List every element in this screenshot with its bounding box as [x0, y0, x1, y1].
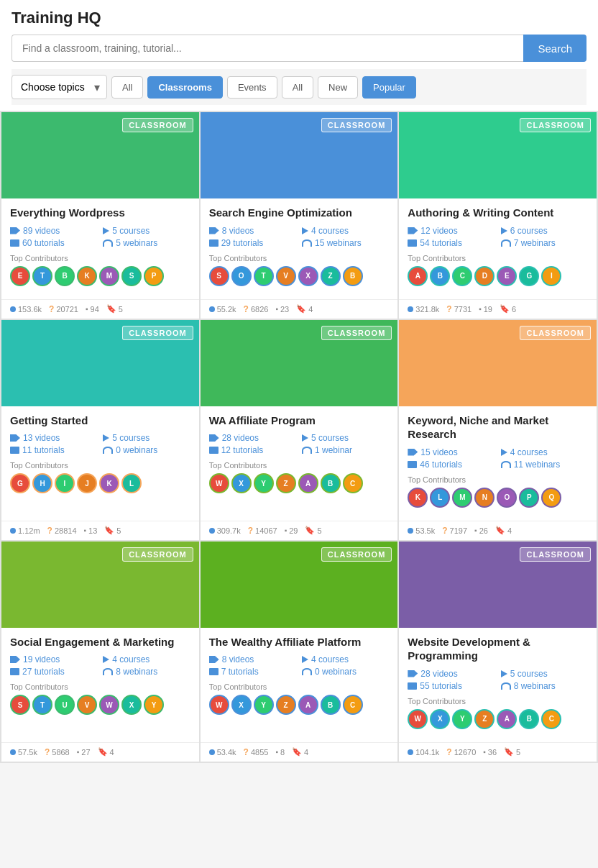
images-stat: ▪ 13 — [84, 526, 98, 536]
classroom-card[interactable]: CLASSROOM Getting Started 13 videos 5 co… — [1, 320, 199, 540]
tutorials-stat: 54 tutorials — [408, 238, 494, 248]
webinars-stat: 11 webinars — [501, 460, 588, 470]
bookmark-icon: 🔖 — [296, 304, 306, 314]
images-stat: ▪ 26 — [474, 526, 488, 536]
stats-grid: 89 videos 5 courses 60 tutorials 5 webin… — [10, 226, 190, 248]
play-icon — [501, 449, 507, 456]
bookmarks-stat: 🔖 5 — [106, 304, 123, 314]
views-stat: 1.12m — [10, 526, 40, 536]
avatar: Y — [254, 473, 274, 493]
avatar: A — [408, 266, 428, 286]
avatar: T — [32, 266, 52, 286]
avatar: S — [121, 266, 142, 286]
classroom-card[interactable]: CLASSROOM The Wealthy Affiliate Platform… — [201, 542, 398, 762]
avatar: N — [474, 488, 494, 508]
avatars-list: WXYZABC — [408, 709, 588, 729]
card-image: CLASSROOM — [201, 112, 398, 198]
classroom-badge: CLASSROOM — [520, 118, 591, 132]
courses-stat: 4 courses — [501, 447, 588, 457]
question-icon: ? — [49, 304, 54, 314]
contributors-label: Top Contributors — [408, 475, 588, 484]
camera-icon: ▪ — [275, 748, 278, 756]
classroom-card[interactable]: CLASSROOM WA Affiliate Program 28 videos… — [201, 320, 398, 540]
avatar: J — [77, 473, 97, 493]
classroom-card[interactable]: CLASSROOM Social Engagement & Marketing … — [1, 542, 199, 762]
card-image: CLASSROOM — [1, 320, 199, 406]
avatar: U — [55, 695, 75, 715]
avatar: V — [77, 695, 97, 715]
classroom-badge: CLASSROOM — [122, 547, 193, 562]
avatar: L — [430, 488, 450, 508]
bookmarks-stat: 🔖 4 — [98, 747, 114, 757]
card-image: CLASSROOM — [399, 112, 597, 198]
play-icon — [103, 656, 109, 663]
avatar: B — [55, 266, 75, 286]
book-icon — [209, 447, 218, 454]
avatar: G — [10, 473, 30, 493]
views-stat: 57.5k — [10, 747, 37, 757]
avatar: A — [497, 709, 517, 729]
avatar: E — [497, 266, 517, 286]
dot-icon — [10, 306, 16, 312]
book-icon — [408, 461, 417, 468]
avatar: M — [99, 266, 119, 286]
card-body: Search Engine Optimization 8 videos 4 co… — [201, 198, 398, 299]
avatar: V — [276, 266, 296, 286]
avatar: I — [55, 473, 75, 493]
avatar: B — [321, 473, 341, 493]
filter-all2-btn[interactable]: All — [282, 76, 313, 99]
camera-icon: ▪ — [285, 526, 288, 534]
avatar: Z — [276, 695, 296, 715]
topic-select[interactable]: Choose topics — [12, 75, 107, 99]
avatar: S — [10, 695, 30, 715]
views-stat: 55.2k — [209, 304, 236, 314]
views-stat: 104.1k — [408, 747, 439, 757]
footer-stats: 321.8k ? 7731 ▪ 19 🔖 6 — [399, 299, 597, 319]
questions-stat: ? 28814 — [47, 526, 77, 536]
filter-all-btn[interactable]: All — [111, 76, 143, 99]
dot-icon — [408, 749, 413, 755]
card-title: The Wealthy Affiliate Platform — [209, 635, 390, 649]
wave-icon — [103, 447, 113, 454]
contributors-label: Top Contributors — [209, 682, 390, 691]
video-stat: 19 videos — [10, 654, 97, 664]
avatar: Q — [541, 488, 561, 508]
avatar: B — [519, 709, 539, 729]
contributors-label: Top Contributors — [209, 254, 390, 262]
avatar: K — [99, 473, 119, 493]
filter-popular-btn[interactable]: Popular — [362, 76, 416, 99]
classroom-card[interactable]: CLASSROOM Keyword, Niche and Market Rese… — [399, 320, 597, 540]
footer-stats: 57.5k ? 5868 ▪ 27 🔖 4 — [1, 742, 199, 762]
avatar: X — [231, 695, 252, 715]
search-button[interactable]: Search — [523, 35, 586, 62]
courses-stat: 6 courses — [501, 226, 588, 236]
filter-bar: Choose topics All Classrooms Events All … — [12, 69, 586, 105]
dot-icon — [209, 749, 215, 755]
avatar: Y — [254, 695, 274, 715]
stats-grid: 13 videos 5 courses 11 tutorials 0 webin… — [10, 433, 190, 455]
page-header: Training HQ Search Choose topics All Cla… — [0, 0, 598, 111]
filter-new-btn[interactable]: New — [318, 76, 358, 99]
bookmark-icon: 🔖 — [98, 747, 108, 757]
avatar: Y — [452, 709, 472, 729]
search-input[interactable] — [12, 35, 523, 62]
filter-events-btn[interactable]: Events — [227, 76, 277, 99]
webinars-stat: 0 webinars — [302, 667, 389, 677]
classroom-card[interactable]: CLASSROOM Search Engine Optimization 8 v… — [201, 112, 398, 319]
play-icon — [103, 434, 109, 442]
avatar: X — [231, 473, 252, 493]
classroom-card[interactable]: CLASSROOM Website Development & Programm… — [399, 542, 597, 762]
bookmarks-stat: 🔖 4 — [495, 526, 512, 536]
classroom-card[interactable]: CLASSROOM Everything Wordpress 89 videos… — [1, 112, 199, 319]
courses-stat: 4 courses — [103, 654, 190, 664]
avatars-list: ABCDEGI — [408, 266, 588, 286]
filter-classrooms-btn[interactable]: Classrooms — [147, 76, 222, 99]
avatar: C — [541, 709, 561, 729]
question-icon: ? — [45, 747, 50, 757]
avatar: G — [519, 266, 539, 286]
avatar: D — [474, 266, 494, 286]
classroom-card[interactable]: CLASSROOM Authoring & Writing Content 12… — [399, 112, 597, 319]
card-body: Website Development & Programming 28 vid… — [399, 628, 597, 742]
avatar: A — [298, 473, 318, 493]
footer-stats: 153.6k ? 20721 ▪ 94 🔖 5 — [1, 299, 199, 319]
